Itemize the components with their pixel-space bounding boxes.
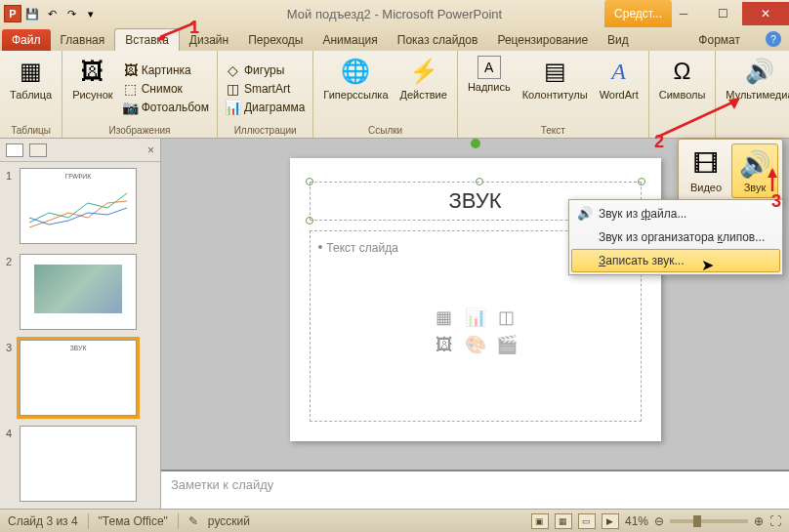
picture-button[interactable]: 🖼Рисунок xyxy=(68,54,117,123)
insert-media-icon[interactable]: 🎬 xyxy=(493,333,520,356)
zoom-slider[interactable] xyxy=(670,519,748,523)
slide-thumb-2[interactable] xyxy=(20,254,137,330)
group-label-tables: Таблицы xyxy=(11,123,51,138)
wordart-icon: A xyxy=(603,56,635,87)
tab-slideshow[interactable]: Показ слайдов xyxy=(388,29,488,51)
reading-view-button[interactable]: ▭ xyxy=(578,513,596,529)
insert-clipart-icon[interactable]: 🎨 xyxy=(462,333,489,356)
slide-thumb-3[interactable]: ЗВУК xyxy=(20,340,137,416)
slide-thumb-4[interactable] xyxy=(20,426,137,502)
audio-button[interactable]: 🔊 Звук xyxy=(731,143,778,198)
hyperlink-button[interactable]: 🌐Гиперссылка xyxy=(319,54,392,123)
textbox-button[interactable]: AНадпись xyxy=(464,54,515,123)
audio-speaker-icon: 🔊 xyxy=(739,149,770,180)
textbox-icon: A xyxy=(478,56,501,79)
screenshot-icon: ⬚ xyxy=(123,81,139,97)
help-icon[interactable]: ? xyxy=(766,31,781,47)
audio-from-file[interactable]: 🔊Звук из файла... xyxy=(571,202,780,225)
thumb-row-4[interactable]: 4 xyxy=(6,426,154,502)
symbols-button[interactable]: ΩСимволы xyxy=(655,54,710,123)
save-icon[interactable]: 💾 xyxy=(23,5,41,22)
video-reel-icon: 🎞 xyxy=(693,149,719,180)
qat-dropdown-icon[interactable]: ▾ xyxy=(82,5,100,22)
normal-view-button[interactable]: ▣ xyxy=(531,513,549,529)
group-symbols: ΩСимволы xyxy=(649,51,717,138)
zoom-in-button[interactable]: ⊕ xyxy=(754,514,764,528)
fit-to-window-button[interactable]: ⛶ xyxy=(769,514,781,528)
omega-icon: Ω xyxy=(667,56,698,87)
zoom-level[interactable]: 41% xyxy=(625,514,648,528)
quick-access-toolbar: P 💾 ↶ ↷ ▾ xyxy=(0,5,100,22)
insert-table-icon[interactable]: ▦ xyxy=(431,306,458,329)
undo-icon[interactable]: ↶ xyxy=(43,5,61,22)
slideshow-view-button[interactable]: ▶ xyxy=(602,513,619,529)
thumb-row-2[interactable]: 2 xyxy=(6,254,154,330)
group-label-links: Ссылки xyxy=(368,123,402,138)
tab-format[interactable]: Формат xyxy=(688,29,750,51)
maximize-button[interactable]: ☐ xyxy=(703,2,742,25)
tools-contextual-tab[interactable]: Средст... xyxy=(604,0,672,27)
tab-view[interactable]: Вид xyxy=(598,29,639,51)
shapes-button[interactable]: ◇Фигуры xyxy=(224,61,307,79)
screenshot-button[interactable]: ⬚Снимок xyxy=(121,80,211,98)
spellcheck-icon[interactable]: ✎ xyxy=(188,514,198,528)
outline-tab-icon[interactable] xyxy=(29,143,47,157)
close-button[interactable]: ✕ xyxy=(742,2,789,25)
tab-file[interactable]: Файл xyxy=(2,29,51,51)
table-button[interactable]: ▦Таблица xyxy=(6,54,56,123)
media-dropdown-panel: 🎞 Видео 🔊 Звук xyxy=(678,139,783,203)
zoom-out-button[interactable]: ⊖ xyxy=(654,514,664,528)
smartart-icon: ◫ xyxy=(226,81,241,97)
headerfooter-button[interactable]: ▤Колонтитулы xyxy=(519,54,592,123)
tab-review[interactable]: Рецензирование xyxy=(487,29,598,51)
ribbon-tabs: Файл Главная Вставка Дизайн Переходы Ани… xyxy=(0,27,789,51)
thumbnails-header: × xyxy=(0,139,160,162)
video-button[interactable]: 🎞 Видео xyxy=(683,143,729,198)
tab-animations[interactable]: Анимация xyxy=(312,29,387,51)
rotation-handle[interactable] xyxy=(471,139,480,148)
window-buttons: ─ ☐ ✕ xyxy=(664,2,789,25)
smartart-button[interactable]: ◫SmartArt xyxy=(224,80,307,98)
action-button[interactable]: ⚡Действие xyxy=(396,54,451,123)
record-audio[interactable]: Записать звук... xyxy=(571,249,780,272)
tab-insert[interactable]: Вставка xyxy=(114,28,180,51)
insert-smartart-icon[interactable]: ◫ xyxy=(493,306,520,329)
redo-icon[interactable]: ↷ xyxy=(62,5,80,22)
clipart-button[interactable]: 🖼Картинка xyxy=(121,61,211,79)
minimize-button[interactable]: ─ xyxy=(664,2,703,25)
audio-from-organizer[interactable]: Звук из организатора клипов... xyxy=(571,225,780,249)
picture-icon: 🖼 xyxy=(77,56,108,87)
audio-submenu: 🔊Звук из файла... Звук из организатора к… xyxy=(568,199,783,275)
slides-tab-icon[interactable] xyxy=(6,143,23,157)
group-text: AНадпись ▤Колонтитулы AWordArt Текст xyxy=(458,51,649,138)
hyperlink-icon: 🌐 xyxy=(340,56,371,87)
multimedia-button[interactable]: 🔊Мультимедиа xyxy=(722,54,789,123)
ribbon: ▦Таблица Таблицы 🖼Рисунок 🖼Картинка ⬚Сни… xyxy=(0,51,789,139)
slide-counter: Слайд 3 из 4 xyxy=(8,514,78,528)
insert-chart-icon[interactable]: 📊 xyxy=(462,306,489,329)
insert-picture-icon[interactable]: 🖼 xyxy=(431,333,458,356)
wordart-button[interactable]: AWordArt xyxy=(596,54,643,123)
tab-home[interactable]: Главная xyxy=(51,29,115,51)
chart-button[interactable]: 📊Диаграмма xyxy=(224,99,307,116)
slide-thumb-1[interactable]: ГРАФИК xyxy=(20,168,137,244)
slide-thumbnails-pane: × 1 ГРАФИК 2 3 ЗВУК 4 xyxy=(0,139,161,509)
sorter-view-button[interactable]: ▦ xyxy=(555,513,572,529)
tab-transitions[interactable]: Переходы xyxy=(238,29,312,51)
thumb-row-3[interactable]: 3 ЗВУК xyxy=(6,340,154,416)
group-images: 🖼Рисунок 🖼Картинка ⬚Снимок 📷Фотоальбом И… xyxy=(62,51,218,138)
close-pane-icon[interactable]: × xyxy=(147,143,154,157)
theme-name: "Тема Office" xyxy=(99,514,168,528)
group-tables: ▦Таблица Таблицы xyxy=(0,51,62,138)
speaker-small-icon: 🔊 xyxy=(577,206,593,221)
tab-design[interactable]: Дизайн xyxy=(180,29,238,51)
notes-pane[interactable]: Заметки к слайду xyxy=(161,470,789,509)
photoalbum-icon: 📷 xyxy=(123,100,139,115)
thumb-row-1[interactable]: 1 ГРАФИК xyxy=(6,168,154,244)
group-media: 🔊Мультимедиа xyxy=(716,51,789,138)
group-label-images: Изображения xyxy=(109,123,171,138)
photoalbum-button[interactable]: 📷Фотоальбом xyxy=(121,99,211,116)
thumbnails-list[interactable]: 1 ГРАФИК 2 3 ЗВУК 4 xyxy=(0,162,160,509)
titlebar: P 💾 ↶ ↷ ▾ Мой подъезд2 - Microsoft Power… xyxy=(0,0,789,27)
language-indicator[interactable]: русский xyxy=(208,514,250,528)
